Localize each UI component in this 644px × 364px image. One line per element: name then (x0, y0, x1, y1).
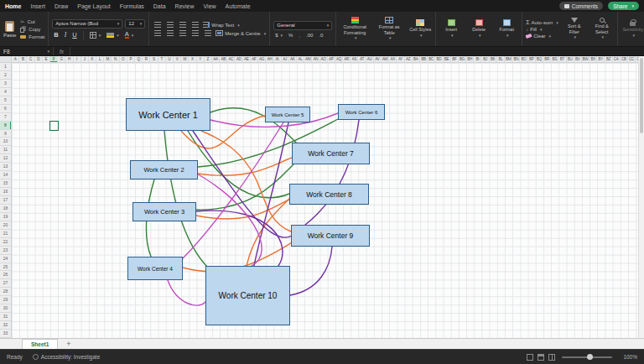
column-header-P[interactable]: P (127, 56, 135, 62)
column-header-I[interactable]: I (74, 56, 81, 62)
column-header-J[interactable]: J (81, 56, 89, 62)
column-header-AN[interactable]: AN (312, 56, 319, 62)
comments-button[interactable]: Comments (559, 2, 603, 10)
column-header-BR[interactable]: BR (543, 56, 551, 62)
increase-indent-button[interactable] (203, 30, 213, 36)
column-header-AL[interactable]: AL (297, 56, 304, 62)
column-header-BD[interactable]: BD (435, 56, 443, 62)
column-header-AZ[interactable]: AZ (405, 56, 413, 62)
column-header-AP[interactable]: AP (328, 56, 335, 62)
column-header-BZ[interactable]: BZ (605, 56, 612, 62)
zoom-level[interactable]: 100% (619, 354, 637, 360)
column-header-AS[interactable]: AS (351, 56, 358, 62)
column-header-O[interactable]: O (120, 56, 127, 62)
page-break-view-button[interactable] (548, 354, 555, 361)
column-header-AA[interactable]: AA (212, 56, 220, 62)
column-header-Z[interactable]: Z (205, 56, 212, 62)
row-header-9[interactable]: 9 (0, 130, 11, 138)
column-header-BB[interactable]: BB (420, 56, 428, 62)
row-header-10[interactable]: 10 (0, 138, 11, 146)
row-header-14[interactable]: 14 (0, 171, 11, 179)
column-header-R[interactable]: R (143, 56, 150, 62)
shape-work-center-5[interactable]: Work Center 5 (265, 107, 310, 122)
column-header-CC[interactable]: CC (628, 56, 636, 62)
menu-view[interactable]: View (204, 3, 216, 9)
row-header-1[interactable]: 1 (0, 63, 11, 71)
decrease-decimal-button[interactable]: .0 (317, 33, 325, 38)
align-top-button[interactable] (153, 22, 163, 28)
autosum-button[interactable]: ΣAuto-sum▾ (526, 19, 558, 25)
column-header-AX[interactable]: AX (389, 56, 397, 62)
column-header-CA[interactable]: CA (613, 56, 621, 62)
column-header-BY[interactable]: BY (597, 56, 605, 62)
sort-filter-button[interactable]: Sort & Filter▾ (563, 18, 586, 39)
row-header-17[interactable]: 17 (0, 196, 11, 205)
column-header-C[interactable]: C (27, 56, 34, 62)
column-header-BM[interactable]: BM (505, 56, 512, 62)
column-header-BU[interactable]: BU (567, 56, 574, 62)
name-box[interactable]: F8 ▾ (0, 47, 54, 55)
column-header-BF[interactable]: BF (451, 56, 459, 62)
increase-decimal-button[interactable]: .00 (304, 33, 314, 38)
column-header-AQ[interactable]: AQ (335, 56, 343, 62)
column-header-AR[interactable]: AR (343, 56, 351, 62)
menu-formulas[interactable]: Formulas (120, 3, 144, 9)
column-header-AO[interactable]: AO (320, 56, 328, 62)
shape-work-center-10[interactable]: Work Center 10 (205, 266, 290, 325)
row-header-27[interactable]: 27 (0, 279, 11, 288)
row-header-2[interactable]: 2 (0, 71, 11, 80)
row-header-20[interactable]: 20 (0, 221, 11, 230)
column-header-BE[interactable]: BE (444, 56, 451, 62)
share-button[interactable]: Share ▾ (608, 2, 639, 10)
row-header-16[interactable]: 16 (0, 188, 11, 196)
column-header-H[interactable]: H (65, 56, 73, 62)
decrease-indent-button[interactable] (190, 30, 200, 36)
column-header-CB[interactable]: CB (621, 56, 628, 62)
format-as-table-button[interactable]: Format as Table▾ (374, 17, 404, 40)
row-header-33[interactable]: 33 (0, 330, 11, 338)
vertical-scrollbar[interactable] (638, 56, 644, 338)
column-header-V[interactable]: V (174, 56, 181, 62)
column-header-AI[interactable]: AI (273, 56, 281, 62)
menu-insert[interactable]: Insert (30, 3, 45, 9)
italic-button[interactable]: I (63, 31, 69, 39)
shape-work-center-7[interactable]: Work Center 7 (292, 143, 370, 164)
column-header-AT[interactable]: AT (358, 56, 366, 62)
column-header-AC[interactable]: AC (227, 56, 235, 62)
row-header-22[interactable]: 22 (0, 238, 11, 247)
shape-work-center-8[interactable]: Work Center 8 (289, 184, 369, 205)
row-header-21[interactable]: 21 (0, 230, 11, 238)
column-header-B[interactable]: B (19, 56, 27, 62)
column-header-BX[interactable]: BX (589, 56, 597, 62)
row-header-24[interactable]: 24 (0, 255, 11, 263)
row-header-8[interactable]: 8 (0, 122, 11, 130)
font-name-select[interactable]: Aptos Narrow (Bod▾ (52, 19, 122, 29)
row-header-13[interactable]: 13 (0, 163, 11, 171)
format-painter-button[interactable]: Format (20, 34, 44, 39)
row-header-29[interactable]: 29 (0, 296, 11, 304)
menu-review[interactable]: Review (175, 3, 195, 9)
column-header-BV[interactable]: BV (574, 56, 582, 62)
column-header-BS[interactable]: BS (551, 56, 558, 62)
delete-cells-button[interactable]: Delete▾ (467, 19, 491, 38)
conditional-formatting-button[interactable]: Conditional Formatting▾ (340, 17, 370, 40)
column-header-BQ[interactable]: BQ (536, 56, 543, 62)
column-header-AB[interactable]: AB (220, 56, 227, 62)
column-header-G[interactable]: G (58, 56, 65, 62)
fill-color-button[interactable]: ▾ (105, 33, 121, 38)
column-header-X[interactable]: X (189, 56, 196, 62)
column-header-AW[interactable]: AW (382, 56, 389, 62)
sensitivity-button[interactable]: Sensitivity▾ (621, 19, 644, 38)
column-header-BK[interactable]: BK (490, 56, 497, 62)
column-header-BC[interactable]: BC (428, 56, 435, 62)
zoom-slider-thumb[interactable] (587, 354, 593, 360)
clear-button[interactable]: Clear▾ (526, 34, 558, 39)
vertical-scrollbar-thumb[interactable] (640, 58, 643, 133)
align-center-button[interactable] (165, 30, 175, 36)
format-cells-button[interactable]: Format▾ (495, 19, 518, 38)
shape-work-center-9[interactable]: Work Center 9 (291, 225, 370, 247)
column-header-N[interactable]: N (112, 56, 119, 62)
paste-button[interactable]: Paste (3, 21, 16, 38)
currency-button[interactable]: $▾ (273, 33, 284, 38)
column-header-AD[interactable]: AD (235, 56, 242, 62)
